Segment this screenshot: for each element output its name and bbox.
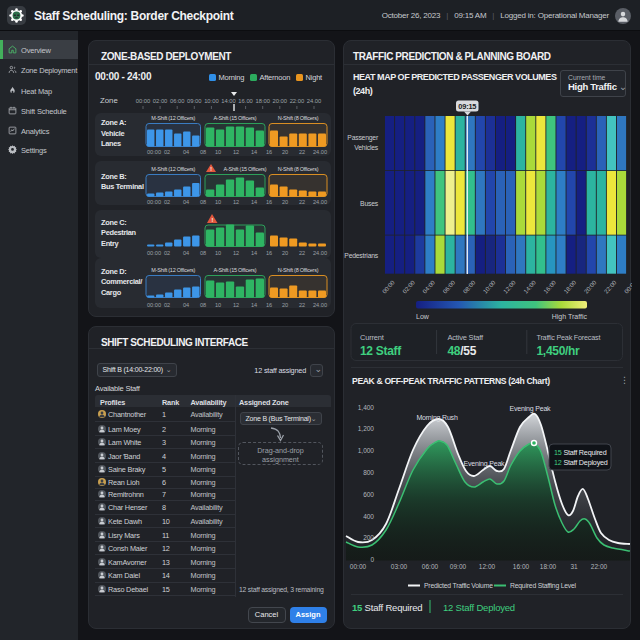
svg-text:22: 22: [299, 149, 305, 155]
svg-text:Traffic Peak Forecast: Traffic Peak Forecast: [537, 333, 601, 342]
svg-text:06:00: 06:00: [170, 98, 185, 104]
svg-text:High Traffic: High Traffic: [552, 313, 588, 321]
svg-text:20: 20: [282, 302, 288, 308]
svg-text:12:00: 12:00: [479, 563, 496, 570]
svg-text:08: 08: [200, 199, 206, 205]
svg-text:N-Shift (8 Officers): N-Shift (8 Officers): [278, 267, 319, 273]
svg-text:⋮: ⋮: [620, 375, 629, 385]
svg-text:A-Shift (15 Officers): A-Shift (15 Officers): [214, 267, 257, 273]
svg-text:09:00: 09:00: [450, 563, 467, 570]
svg-text:02:00: 02:00: [153, 98, 168, 104]
svg-text:22:00: 22:00: [591, 563, 608, 570]
svg-text:04: 04: [183, 199, 189, 205]
svg-text:!: !: [211, 216, 213, 222]
svg-text:08: 08: [200, 302, 206, 308]
svg-text:31: 31: [570, 563, 578, 570]
svg-text:12: 12: [233, 149, 239, 155]
svg-text:00:00: 00:00: [381, 279, 396, 295]
svg-text:10: 10: [215, 302, 221, 308]
svg-text:PEAK & OFF-PEAK TRAFFIC PATTER: PEAK & OFF-PEAK TRAFFIC PATTERNS (24h Ch…: [352, 376, 550, 386]
svg-text:02: 02: [164, 149, 170, 155]
svg-text:N-Shift (8 Officers): N-Shift (8 Officers): [278, 166, 319, 172]
svg-text:1,000: 1,000: [358, 447, 375, 454]
svg-text:Morning Rush: Morning Rush: [416, 414, 457, 422]
svg-text:Active Staff: Active Staff: [448, 333, 485, 342]
svg-text:M-Shift (12 Officers): M-Shift (12 Officers): [151, 115, 195, 121]
svg-text:16.00: 16.00: [238, 98, 253, 104]
svg-text:22: 22: [299, 199, 305, 205]
svg-text:12 Staff Deployed: 12 Staff Deployed: [554, 458, 608, 467]
svg-text:14:00: 14:00: [522, 279, 537, 295]
svg-text:04: 04: [183, 149, 189, 155]
svg-text:20: 20: [282, 199, 288, 205]
svg-text:Required Staffing Level: Required Staffing Level: [510, 582, 577, 590]
svg-text:14:00: 14:00: [221, 98, 236, 104]
svg-text:22: 22: [299, 249, 305, 255]
svg-text:22: 22: [299, 302, 305, 308]
svg-text:16:00: 16:00: [543, 279, 558, 295]
svg-text:08: 08: [200, 249, 206, 255]
svg-text:12:00: 12:00: [502, 279, 517, 295]
svg-text:20: 20: [282, 249, 288, 255]
svg-text:400: 400: [363, 513, 374, 520]
svg-text:Passenger: Passenger: [347, 134, 379, 142]
svg-text:Predicted Traffic Volume: Predicted Traffic Volume: [424, 582, 493, 589]
svg-text:10: 10: [215, 149, 221, 155]
svg-text:N-Shift (8 Officers): N-Shift (8 Officers): [278, 115, 319, 121]
svg-text:04: 04: [183, 302, 189, 308]
svg-text:Evening Peak: Evening Peak: [464, 460, 505, 468]
svg-text:16: 16: [266, 302, 272, 308]
svg-text:12 Staff Deployed: 12 Staff Deployed: [443, 602, 515, 613]
svg-text:12: 12: [233, 302, 239, 308]
svg-text:14: 14: [251, 249, 257, 255]
svg-text:20: 20: [282, 149, 288, 155]
svg-text:00:00: 00:00: [147, 149, 161, 155]
svg-text:16: 16: [266, 199, 272, 205]
svg-text:20:00: 20:00: [273, 98, 288, 104]
svg-text:12: 12: [233, 249, 239, 255]
svg-text:A-Shift (15 Officers): A-Shift (15 Officers): [214, 115, 257, 121]
svg-text:14: 14: [251, 149, 257, 155]
svg-text:M-Shift (12 Officers): M-Shift (12 Officers): [151, 166, 195, 172]
svg-text:00:00: 00:00: [350, 563, 367, 570]
svg-text:00:00: 00:00: [147, 249, 161, 255]
svg-text:15 Staff Required: 15 Staff Required: [554, 448, 607, 457]
svg-text:14: 14: [251, 302, 257, 308]
svg-text:00:00: 00:00: [147, 302, 161, 308]
svg-text:Buses: Buses: [360, 200, 379, 207]
svg-text:24.00: 24.00: [313, 302, 327, 308]
svg-text:22:00: 22:00: [603, 279, 618, 295]
svg-text:800: 800: [363, 469, 374, 476]
svg-text:18:00: 18:00: [563, 279, 578, 295]
svg-text:24.00: 24.00: [313, 249, 327, 255]
svg-text:18:00: 18:00: [540, 563, 557, 570]
svg-text:02: 02: [164, 249, 170, 255]
svg-text:02:00: 02:00: [401, 279, 416, 295]
svg-text:22:00: 22:00: [290, 98, 305, 104]
svg-text:02: 02: [164, 302, 170, 308]
svg-text:16: 16: [266, 249, 272, 255]
svg-text:0: 0: [370, 556, 374, 563]
svg-text:10:00: 10:00: [204, 98, 219, 104]
svg-text:24.00: 24.00: [313, 199, 327, 205]
svg-text:02: 02: [164, 199, 170, 205]
svg-text:06:00: 06:00: [422, 563, 439, 570]
svg-text:09:15: 09:15: [458, 102, 476, 111]
svg-text:15 Staff Required: 15 Staff Required: [352, 602, 422, 613]
svg-text:12: 12: [233, 199, 239, 205]
svg-text:00:00: 00:00: [147, 199, 161, 205]
svg-text:1,200: 1,200: [358, 425, 375, 432]
svg-text:Vehicles: Vehicles: [354, 144, 379, 151]
svg-text:16: 16: [266, 149, 272, 155]
svg-text:03:00: 03:00: [391, 563, 408, 570]
svg-text:24.00: 24.00: [307, 98, 322, 104]
svg-text:200: 200: [363, 534, 374, 541]
svg-text:00:00: 00:00: [623, 279, 632, 295]
svg-text:Pedestrians: Pedestrians: [344, 252, 378, 259]
svg-text:10:00: 10:00: [482, 279, 497, 295]
svg-text:24.00: 24.00: [313, 149, 327, 155]
svg-text:1,450/hr: 1,450/hr: [537, 344, 581, 358]
svg-text:M-Shift (12 Officers): M-Shift (12 Officers): [151, 267, 195, 273]
svg-text:Current: Current: [360, 333, 385, 342]
svg-text:08: 08: [200, 149, 206, 155]
